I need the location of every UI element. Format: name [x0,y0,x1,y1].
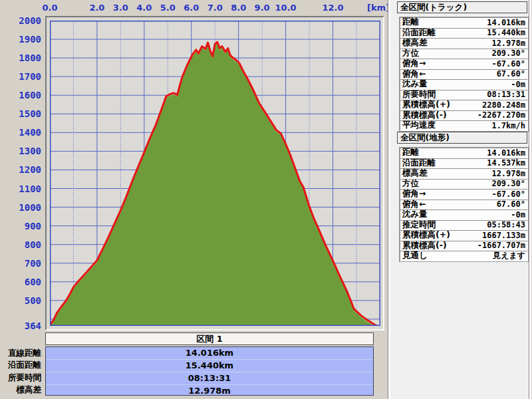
stat-value: 14.537km [487,158,525,168]
stat-value: -2267.270m [477,110,525,120]
stat-label: 沈み量 [402,78,428,90]
stat-row: 累積標高(+)2280.248m [400,100,528,110]
stat-label: 俯角← [402,68,426,80]
stat-row: 俯角←67.60° [400,200,528,210]
stats-table: 距離14.016km沿面距離14.537km標高差12.978m方位209.30… [399,147,529,262]
section-title: 区間 1 [196,334,223,344]
y-tick-label: 700 [0,258,41,269]
stat-row: 所要時間08:13:31 [400,90,528,100]
y-tick-label: 1300 [0,146,41,156]
stats-section-header: 全区間(地形) [397,132,527,144]
y-tick-label: 1100 [0,184,41,194]
stat-label: 平均速度 [402,120,436,131]
x-tick-label: 12.0 [322,3,343,13]
stat-label: 方位 [402,48,419,59]
x-tick-label: 0.0 [42,3,57,13]
stat-value: -67.60° [491,59,525,68]
stat-row: 標高差12.978m [400,38,528,49]
section-value: 12.978m [46,385,373,397]
stat-row: 沿面距離14.537km [400,158,528,169]
stat-row: 累積標高(-)-2267.270m [400,110,528,121]
stat-value: 08:13:31 [487,90,525,99]
stat-label: 距離 [402,147,419,158]
stat-value: -1667.707m [477,241,525,250]
stat-value: 1667.133m [482,231,525,240]
stat-value: 67.60° [497,69,525,78]
y-tick-label: 800 [0,239,41,250]
y-tick-label: 900 [0,221,41,231]
y-tick-label: 1200 [0,164,41,175]
x-tick-label: 7.0 [207,3,223,13]
stat-value: 見えます [493,250,525,261]
x-tick-label: 3.0 [113,3,128,13]
stat-label: 俯角→ [402,58,426,69]
elevation-profile-window: 0.02.03.04.05.06.07.08.09.010.012.0 [km]… [0,0,532,399]
stat-value: 12.978m [491,39,525,48]
section-summary-table: 14.016km15.440km08:13:3112.978m [45,346,374,396]
stat-row: 距離14.016km [400,17,528,28]
stat-label: 累積標高(+) [402,99,450,110]
section-row-label: 標高差 [0,384,41,396]
stat-label: 累積標高(-) [402,240,447,251]
stat-value: 209.30° [491,179,525,188]
stat-value: -0m [511,80,525,89]
stat-value: 1.7km/h [491,121,525,130]
section-row-label: 所要時間 [0,372,41,384]
stat-row: 方位209.30° [400,49,528,59]
stat-row: 平均速度1.7km/h [400,120,528,131]
stat-row: 方位209.30° [400,179,528,190]
y-tick-label: 1900 [0,34,41,45]
y-tick-label: 1000 [0,202,41,213]
section-row-label: 直線距離 [0,347,41,359]
stat-value: 14.016km [487,18,525,27]
stats-table: 距離14.016km沿面距離15.440km標高差12.978m方位209.30… [399,17,529,132]
stat-value: 209.30° [491,49,525,58]
stat-value: -0m [511,210,525,219]
stat-row: 沿面距離15.440km [400,28,528,39]
y-tick-label: 1700 [0,71,41,82]
y-tick-label: 1500 [0,108,41,119]
stat-row: 俯角→-67.60° [400,189,528,200]
stats-section-header: 全区間(トラック) [397,1,527,13]
stat-value: 12.978m [491,169,525,178]
x-tick-label: 8.0 [231,3,246,13]
stat-row: 沈み量-0m [400,79,528,90]
stat-label: 沿面距離 [402,158,436,169]
x-axis-unit-label: [km] [367,3,390,13]
stat-value: -67.60° [491,190,525,199]
stat-label: 累積標高(-) [402,110,447,121]
stat-row: 累積標高(-)-1667.707m [400,241,528,251]
stat-row: 累積標高(+)1667.133m [400,230,528,241]
section-value: 08:13:31 [46,372,373,385]
x-tick-label: 5.0 [160,3,176,13]
stat-row: 俯角→-67.60° [400,59,528,69]
y-tick-label: 1600 [0,90,41,100]
stat-label: 推定時間 [402,219,436,231]
stat-row: 推定時間05:58:43 [400,220,528,231]
y-tick-label: 500 [0,295,41,306]
stat-label: 俯角→ [402,188,426,200]
stat-label: 沿面距離 [402,27,436,39]
x-tick-label: 2.0 [89,3,104,13]
stat-label: 方位 [402,178,419,190]
stat-label: 累積標高(+) [402,229,450,241]
stat-label: 標高差 [402,37,428,49]
x-tick-label: 4.0 [136,3,152,13]
stat-row: 見通し見えます [400,251,528,261]
stat-row: 俯角←67.60° [400,69,528,80]
elevation-chart-plot[interactable] [50,21,380,326]
y-tick-label: 600 [0,277,41,287]
stat-row: 沈み量-0m [400,209,528,220]
section-row-label: 沿面距離 [0,359,41,371]
stat-value: 2280.248m [482,100,525,110]
stat-label: 見通し [402,250,428,261]
section-value: 14.016km [46,347,373,360]
panel-edge-splitter[interactable] [529,0,531,399]
stat-row: 距離14.016km [400,148,528,158]
y-tick-label: 1400 [0,127,41,138]
y-tick-label: 2000 [0,15,41,26]
section-value: 15.440km [46,360,373,372]
stat-label: 所要時間 [402,89,436,100]
stat-row: 標高差12.978m [400,168,528,179]
stats-panel: 全区間(トラック)距離14.016km沿面距離15.440km標高差12.978… [390,0,529,399]
